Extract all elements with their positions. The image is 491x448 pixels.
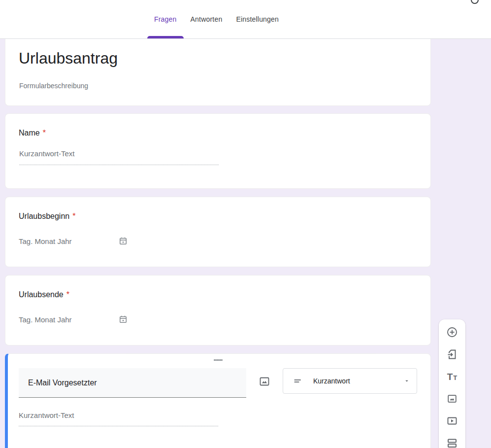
- question-label-text: Urlaubsbeginn: [19, 212, 69, 220]
- question-card-urlaubsbeginn[interactable]: Urlaubsbeginn* Tag. Monat Jahr: [5, 197, 431, 267]
- form-title-card[interactable]: Urlaubsantrag Formularbeschreibung: [5, 39, 431, 106]
- app-header: Fragen Antworten Einstellungen: [0, 0, 491, 39]
- date-placeholder: Tag. Monat Jahr: [19, 237, 72, 245]
- question-title-value: E-Mail Vorgesetzter: [28, 379, 97, 387]
- image-icon: [447, 393, 458, 404]
- plus-circle-icon: [446, 326, 458, 338]
- add-image-to-question-button[interactable]: [258, 375, 271, 388]
- short-answer-icon: [293, 376, 303, 386]
- form-description[interactable]: Formularbeschreibung: [19, 82, 88, 90]
- required-asterisk: *: [72, 212, 75, 220]
- add-image-button[interactable]: [446, 392, 458, 405]
- form-title[interactable]: Urlaubsantrag: [19, 48, 118, 69]
- tab-einstellungen-label: Einstellungen: [236, 15, 279, 23]
- short-answer-placeholder: Kurzantwort-Text: [19, 411, 218, 426]
- add-title-and-description-button[interactable]: TT: [446, 370, 458, 383]
- section-icon: [446, 437, 458, 448]
- question-card-urlaubsende[interactable]: Urlaubsende* Tag. Monat Jahr: [5, 275, 431, 345]
- question-label: Name*: [19, 129, 46, 138]
- date-answer-row: Tag. Monat Jahr: [19, 315, 72, 324]
- question-label-text: Name: [19, 129, 40, 137]
- tab-fragen[interactable]: Fragen: [147, 0, 184, 38]
- question-toolbar: TT: [439, 319, 465, 448]
- header-action-icon-partial[interactable]: [471, 0, 479, 4]
- date-answer-row: Tag. Monat Jahr: [19, 237, 72, 245]
- question-label-text: Urlaubsende: [19, 290, 64, 299]
- tab-antworten[interactable]: Antworten: [184, 0, 229, 38]
- question-label: Urlaubsbeginn*: [19, 212, 75, 221]
- add-question-button[interactable]: [446, 326, 458, 339]
- required-asterisk: *: [43, 129, 46, 137]
- add-section-button[interactable]: [446, 437, 458, 448]
- add-video-button[interactable]: [446, 414, 458, 427]
- tab-fragen-label: Fragen: [154, 15, 177, 23]
- calendar-icon: [118, 236, 128, 246]
- short-answer-placeholder: Kurzantwort-Text: [19, 149, 219, 165]
- tab-einstellungen[interactable]: Einstellungen: [229, 0, 286, 38]
- question-type-dropdown[interactable]: Kurzantwort: [283, 368, 417, 394]
- circle-icon: [471, 0, 479, 4]
- import-questions-button[interactable]: [446, 348, 458, 361]
- tab-antworten-label: Antworten: [191, 15, 223, 23]
- question-card-name[interactable]: Name* Kurzantwort-Text: [5, 113, 431, 189]
- question-type-label: Kurzantwort: [313, 377, 350, 385]
- question-label: Urlaubsende*: [19, 290, 69, 299]
- text-icon: TT: [447, 372, 458, 381]
- image-icon: [259, 376, 270, 387]
- calendar-icon: [118, 314, 128, 324]
- form-tabs: Fragen Antworten Einstellungen: [147, 0, 286, 38]
- question-title-input[interactable]: E-Mail Vorgesetzter: [19, 368, 246, 398]
- active-question-card[interactable]: E-Mail Vorgesetzter Kurzantwort Kurzantw…: [5, 353, 431, 448]
- required-asterisk: *: [66, 290, 69, 299]
- drag-handle-icon[interactable]: [214, 359, 223, 364]
- import-questions-icon: [446, 348, 458, 360]
- video-icon: [446, 415, 458, 427]
- chevron-down-icon: [404, 378, 410, 384]
- date-placeholder: Tag. Monat Jahr: [19, 315, 72, 324]
- active-tab-indicator: [147, 36, 184, 38]
